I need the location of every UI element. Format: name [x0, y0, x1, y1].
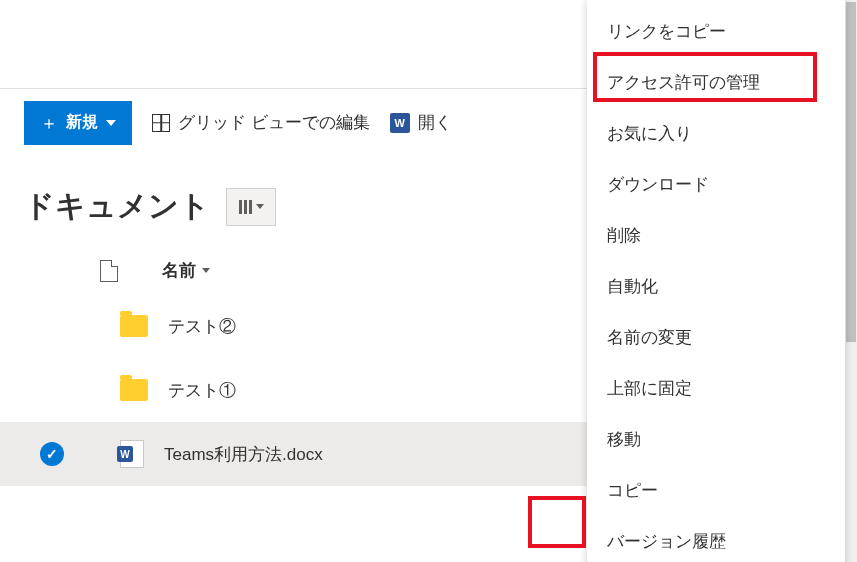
- word-document-icon: [120, 440, 144, 468]
- grid-icon: [152, 114, 170, 132]
- menu-item-copy[interactable]: コピー: [587, 465, 845, 516]
- context-menu: リンクをコピー アクセス許可の管理 お気に入り ダウンロード 削除 自動化 名前…: [587, 0, 845, 562]
- menu-item-move[interactable]: 移動: [587, 414, 845, 465]
- scrollbar-thumb[interactable]: [846, 2, 856, 342]
- chevron-down-icon: [256, 204, 264, 209]
- word-icon: W: [390, 113, 410, 133]
- menu-item-version-history[interactable]: バージョン履歴: [587, 516, 845, 562]
- menu-item-copy-link[interactable]: リンクをコピー: [587, 6, 845, 57]
- plus-icon: ＋: [40, 111, 58, 135]
- row-select-circle[interactable]: [40, 378, 64, 402]
- row-select-circle[interactable]: [40, 442, 64, 466]
- chevron-down-icon: [202, 268, 210, 273]
- vertical-scrollbar[interactable]: [845, 0, 857, 562]
- row-select-circle[interactable]: [40, 314, 64, 338]
- menu-item-automate[interactable]: 自動化: [587, 261, 845, 312]
- menu-item-pin-top[interactable]: 上部に固定: [587, 363, 845, 414]
- name-column-label: 名前: [162, 259, 196, 282]
- new-button-label: 新規: [66, 112, 98, 133]
- file-type-column-icon: [100, 260, 118, 282]
- folder-icon: [120, 379, 148, 401]
- page-title: ドキュメント: [24, 186, 210, 227]
- name-column-header[interactable]: 名前: [162, 259, 210, 282]
- grid-edit-button[interactable]: グリッド ビューでの編集: [152, 111, 370, 134]
- menu-item-favorite[interactable]: お気に入り: [587, 108, 845, 159]
- menu-item-download[interactable]: ダウンロード: [587, 159, 845, 210]
- chevron-down-icon: [106, 120, 116, 126]
- open-label: 開く: [418, 111, 452, 134]
- library-icon: [239, 200, 252, 214]
- open-button[interactable]: W 開く: [390, 111, 452, 134]
- menu-item-rename[interactable]: 名前の変更: [587, 312, 845, 363]
- menu-item-delete[interactable]: 削除: [587, 210, 845, 261]
- new-button[interactable]: ＋ 新規: [24, 101, 132, 145]
- grid-edit-label: グリッド ビューでの編集: [178, 111, 370, 134]
- folder-icon: [120, 315, 148, 337]
- menu-item-manage-access[interactable]: アクセス許可の管理: [587, 57, 845, 108]
- view-toggle-button[interactable]: [226, 188, 276, 226]
